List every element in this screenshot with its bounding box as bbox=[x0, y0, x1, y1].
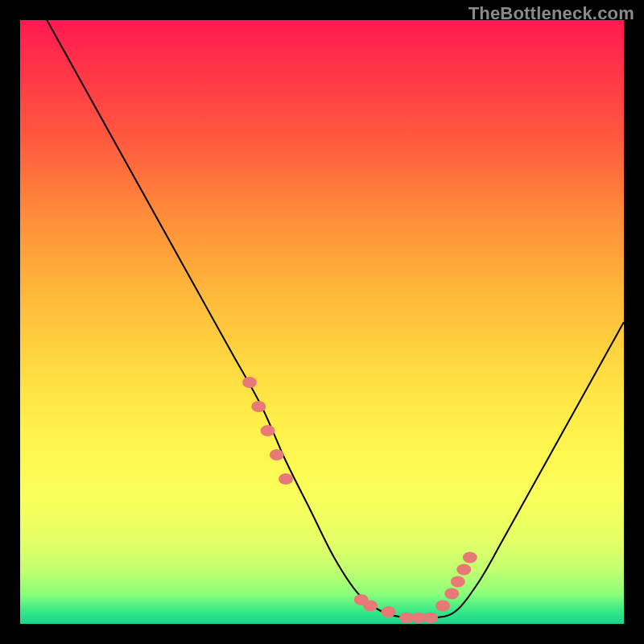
highlight-marker bbox=[261, 425, 275, 436]
highlight-marker bbox=[456, 564, 471, 576]
highlight-marker bbox=[444, 588, 459, 600]
bottleneck-curve-svg bbox=[20, 20, 624, 624]
highlight-marker bbox=[270, 449, 284, 460]
highlight-marker bbox=[436, 601, 450, 612]
highlight-marker bbox=[382, 606, 396, 617]
highlight-marker bbox=[451, 576, 465, 588]
highlight-marker bbox=[251, 401, 266, 412]
chart-frame: TheBottleneck.com bbox=[0, 0, 644, 644]
watermark-text: TheBottleneck.com bbox=[469, 3, 634, 24]
highlight-marker bbox=[242, 377, 257, 388]
plot-area bbox=[20, 20, 624, 624]
highlight-marker bbox=[463, 552, 477, 564]
highlight-marker bbox=[279, 473, 293, 485]
bottleneck-curve-path bbox=[20, 20, 624, 618]
highlight-marker bbox=[363, 601, 378, 612]
highlight-markers bbox=[242, 377, 477, 624]
highlight-marker bbox=[423, 613, 438, 624]
